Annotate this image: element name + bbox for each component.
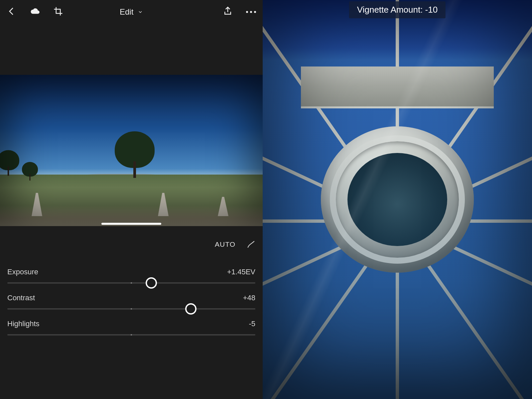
mode-label: Edit xyxy=(120,7,133,16)
top-toolbar: Edit xyxy=(0,0,263,24)
preview-image[interactable]: Vignette Amount: -10 xyxy=(263,0,532,399)
slider-value: +1.45EV xyxy=(227,268,255,276)
slider-track[interactable] xyxy=(7,282,255,284)
back-icon[interactable] xyxy=(7,6,17,18)
adjustment-overlay: Vignette Amount: -10 xyxy=(349,1,446,18)
preview-vignette xyxy=(263,0,532,399)
slider-label: Contrast xyxy=(7,294,35,302)
photo-preview[interactable] xyxy=(0,75,263,226)
preview-pane: Vignette Amount: -10 xyxy=(263,0,532,399)
slider-value: +48 xyxy=(243,294,255,302)
photo-vignette xyxy=(0,75,263,226)
tone-curve-icon[interactable] xyxy=(247,240,255,249)
adjust-controls: AUTO Exposure+1.45EVContrast+48Highlight… xyxy=(0,231,263,335)
slider-track[interactable] xyxy=(7,334,255,335)
slider-knob[interactable] xyxy=(185,303,197,315)
slider-exposure: Exposure+1.45EV xyxy=(7,268,255,284)
slider-center-notch xyxy=(131,308,132,310)
chevron-down-icon xyxy=(138,7,143,17)
slider-highlights: Highlights-5 xyxy=(7,320,255,335)
crop-icon[interactable] xyxy=(53,6,63,18)
slider-center-notch xyxy=(131,282,132,284)
slider-track[interactable] xyxy=(7,308,255,310)
slider-value: -5 xyxy=(249,320,255,328)
slider-knob[interactable] xyxy=(146,277,157,289)
auto-button[interactable]: AUTO xyxy=(215,240,235,248)
cloud-icon[interactable] xyxy=(30,6,40,18)
slider-label: Exposure xyxy=(7,268,38,276)
editor-pane: Edit xyxy=(0,0,263,399)
more-icon[interactable] xyxy=(246,11,256,13)
slider-label: Highlights xyxy=(7,320,40,328)
slider-contrast: Contrast+48 xyxy=(7,294,255,310)
slider-center-notch xyxy=(131,334,132,335)
share-icon[interactable] xyxy=(223,6,233,18)
mode-dropdown[interactable]: Edit xyxy=(120,7,143,16)
home-indicator xyxy=(101,223,161,225)
